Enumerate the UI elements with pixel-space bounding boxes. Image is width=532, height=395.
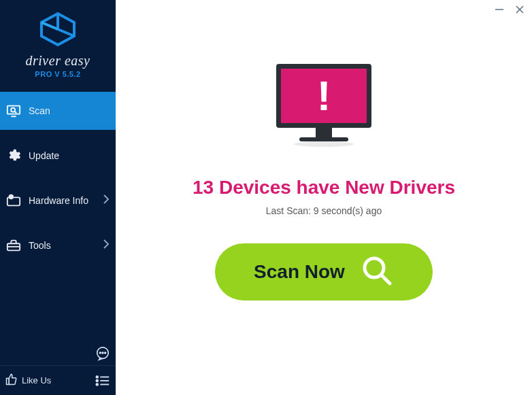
chat-icon[interactable]	[95, 346, 110, 361]
svg-point-12	[102, 352, 103, 354]
sidebar-item-scan[interactable]: Scan	[0, 92, 116, 130]
sidebar-item-hardware-info[interactable]: i Hardware Info	[0, 182, 116, 220]
svg-point-13	[105, 352, 106, 354]
chevron-right-icon	[103, 194, 109, 207]
brand-block: driver easy PRO V 5.5.2	[0, 0, 116, 86]
scan-now-button[interactable]: Scan Now	[215, 243, 433, 300]
headline-text: 13 Devices have New Drivers	[193, 177, 455, 199]
svg-rect-14	[7, 379, 10, 385]
sidebar-item-label: Update	[29, 150, 109, 161]
last-scan-text: Last Scan: 9 second(s) ago	[266, 205, 382, 216]
search-icon	[360, 254, 394, 290]
svg-rect-27	[299, 137, 348, 141]
svg-point-11	[99, 352, 101, 354]
scan-now-label: Scan Now	[254, 261, 345, 283]
sidebar-nav: Scan Update i Hardware Info	[0, 92, 116, 271]
sidebar: driver easy PRO V 5.5.2 Scan Upda	[0, 0, 116, 395]
close-button[interactable]	[514, 4, 525, 15]
svg-text:!: !	[317, 72, 331, 119]
gear-icon	[4, 146, 23, 165]
sidebar-item-tools[interactable]: Tools	[0, 226, 116, 264]
hardware-info-icon: i	[4, 191, 23, 210]
brand-logo-icon	[39, 12, 77, 49]
sidebar-bottom-bar: Like Us	[0, 365, 116, 395]
svg-point-17	[96, 379, 98, 381]
chevron-right-icon	[103, 239, 109, 252]
alert-monitor-graphic: !	[269, 60, 378, 158]
thumbs-up-icon	[5, 373, 18, 388]
svg-rect-5	[7, 197, 20, 205]
sidebar-item-update[interactable]: Update	[0, 137, 116, 175]
svg-point-28	[294, 141, 354, 147]
minimize-button[interactable]	[494, 4, 505, 15]
sidebar-item-label: Tools	[29, 240, 103, 251]
svg-rect-1	[7, 106, 20, 114]
svg-line-31	[382, 275, 390, 284]
window-controls	[494, 4, 525, 15]
svg-point-15	[96, 376, 98, 378]
sidebar-item-label: Scan	[29, 105, 109, 116]
brand-version: PRO V 5.5.2	[0, 70, 116, 78]
main-pane: ! 13 Devices have New Drivers Last Scan:…	[116, 0, 532, 395]
like-us-button[interactable]: Like Us	[5, 373, 51, 388]
like-us-label: Like Us	[22, 375, 51, 385]
toolbox-icon	[4, 236, 23, 255]
menu-list-icon[interactable]	[95, 373, 110, 388]
svg-point-3	[11, 108, 15, 112]
svg-line-4	[14, 111, 16, 113]
svg-point-19	[96, 383, 98, 385]
brand-title: driver easy	[0, 53, 116, 69]
svg-rect-26	[316, 128, 332, 137]
monitor-search-icon	[4, 101, 23, 120]
sidebar-item-label: Hardware Info	[29, 195, 103, 206]
